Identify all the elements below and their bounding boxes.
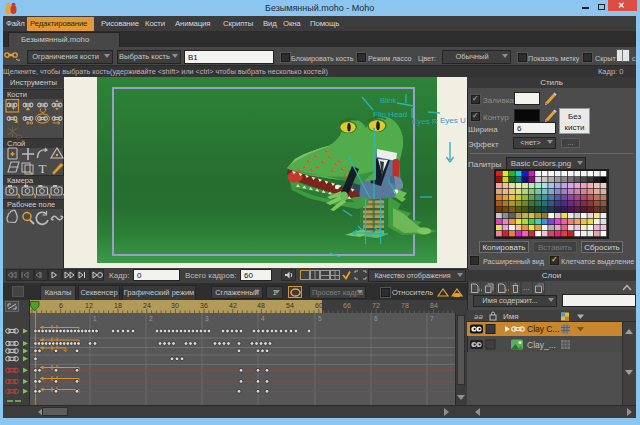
svg-text:T: T [39,161,47,176]
svg-text:36: 36 [200,302,208,309]
svg-text:30: 30 [171,302,179,309]
svg-text:72: 72 [372,302,380,309]
svg-text:3: 3 [205,315,209,322]
svg-text:6: 6 [59,302,63,309]
svg-text:əə: əə [474,312,483,321]
svg-text:42: 42 [229,302,237,309]
svg-text:2: 2 [149,315,153,322]
svg-text:5: 5 [318,315,322,322]
svg-text:1: 1 [93,315,97,322]
svg-text:Clay_...: Clay_... [527,340,556,350]
svg-text:Clay C...: Clay C... [527,324,560,334]
svg-text:84: 84 [430,302,438,309]
svg-text:48: 48 [257,302,265,309]
svg-text:...: ... [523,283,530,292]
svg-text:18: 18 [114,302,122,309]
svg-text:60: 60 [315,302,323,309]
svg-text:24: 24 [143,302,151,309]
svg-text:12: 12 [85,302,93,309]
svg-text:78: 78 [401,302,409,309]
svg-text:7: 7 [430,315,434,322]
svg-text:54: 54 [286,302,294,309]
svg-text:Имя: Имя [503,312,519,321]
svg-text:66: 66 [343,302,351,309]
svg-text:4: 4 [261,315,265,322]
svg-text:6: 6 [374,315,378,322]
